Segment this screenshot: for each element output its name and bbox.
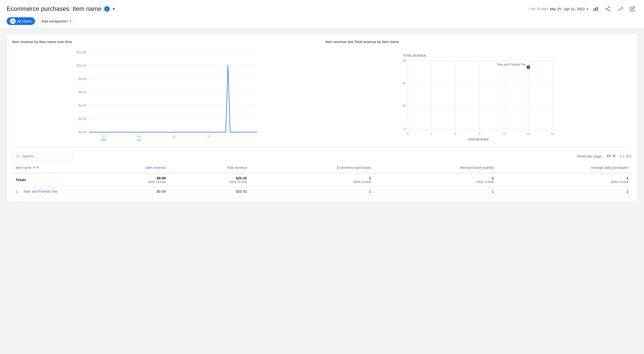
table-body: Totals $9.99 100% of total $25.42 100% o… — [12, 173, 632, 197]
row-1-avg-daily-purchasers: 1 — [497, 187, 632, 197]
pagination-info: 1-1 of 1 — [620, 154, 632, 158]
line-chart-title: Item revenue by Item name over time — [12, 40, 319, 44]
row-1-ecommerce-purchases: 1 — [250, 187, 374, 197]
scatter-chart-svg: TOTAL REVENUE 0 10 20 30 ITEM REVENUE — [325, 48, 632, 143]
row-1-item-purchase-quantity: 1 — [374, 187, 497, 197]
svg-text:4: 4 — [455, 132, 456, 135]
svg-text:$12.00: $12.00 — [77, 51, 86, 54]
line-chart-container: Item revenue by Item name over time $12.… — [12, 40, 319, 143]
col-total-revenue[interactable]: Total revenue — [169, 162, 250, 173]
edit-button[interactable] — [627, 4, 637, 14]
svg-text:03: 03 — [137, 135, 141, 138]
svg-rect-0 — [594, 8, 595, 11]
row-1-item-revenue: $9.99 — [84, 187, 169, 197]
row-1-item-name[interactable]: Stan and Friends Tee — [23, 189, 58, 194]
svg-text:10: 10 — [402, 104, 406, 107]
add-comparison-label: Add comparison — [41, 19, 68, 23]
svg-text:TOTAL REVENUE: TOTAL REVENUE — [403, 54, 426, 57]
header-filters-row: A All Users Add comparison + — [7, 17, 637, 28]
svg-point-5 — [609, 10, 610, 11]
col-item-revenue[interactable]: ↓Item revenue — [84, 162, 169, 173]
add-comparison-icon: + — [69, 19, 72, 24]
totals-total-revenue: $25.42 100% of total — [169, 173, 250, 187]
page-title: Ecommerce purchases: Item name — [7, 5, 101, 12]
search-box[interactable] — [12, 152, 73, 160]
date-range-label: Last 28 days — [529, 7, 548, 11]
svg-text:Stan and Friends Tee: Stan and Friends Tee — [497, 63, 526, 66]
svg-text:$10.00: $10.00 — [77, 64, 86, 67]
item-name-sort-icon: ▾ — [33, 166, 35, 170]
svg-line-54 — [19, 157, 19, 158]
svg-text:Apr: Apr — [137, 138, 141, 142]
svg-text:12: 12 — [551, 132, 554, 135]
totals-item-purchase-quantity: 1 100% of total — [374, 173, 497, 187]
totals-label-cell: Totals — [12, 173, 84, 187]
header-top-row: Ecommerce purchases: Item name ✓ ▾ Last … — [7, 4, 637, 14]
chart-view-button[interactable] — [591, 4, 601, 14]
scatter-chart-container: Item revenue and Total revenue by Item n… — [325, 40, 632, 143]
row-1-rank-name: 1 Stan and Friends Tee — [12, 187, 84, 197]
svg-line-6 — [607, 7, 609, 9]
title-dropdown-icon[interactable]: ▾ — [113, 6, 115, 12]
svg-text:6: 6 — [479, 132, 480, 135]
svg-point-53 — [16, 155, 19, 157]
add-comparison-button[interactable]: Add comparison + — [38, 17, 75, 25]
col-item-name[interactable]: Item name ▾ + — [12, 162, 84, 173]
scatter-point[interactable] — [526, 65, 530, 69]
trends-button[interactable] — [615, 4, 625, 14]
svg-text:17: 17 — [207, 135, 211, 138]
row-1-total-revenue: $25.42 — [169, 187, 250, 197]
svg-text:10: 10 — [526, 132, 530, 135]
all-users-segment[interactable]: A All Users — [7, 17, 35, 25]
date-range-selector[interactable]: Last 28 days Mar 25 - Apr 21, 2022 ▾ — [529, 7, 588, 11]
scatter-chart-area: TOTAL REVENUE 0 10 20 30 ITEM REVENUE — [325, 48, 632, 143]
date-range-dropdown-icon[interactable]: ▾ — [586, 7, 588, 11]
col-avg-daily-purchasers[interactable]: Average daily purchasers — [497, 162, 632, 173]
svg-text:27: 27 — [102, 135, 105, 138]
rows-per-page-select[interactable]: 10 25 50 — [604, 153, 616, 159]
row-1-rank: 1 — [16, 189, 20, 194]
table-controls: Rows per page: 10 25 50 1-1 of 1 — [12, 152, 632, 160]
svg-text:$6.00: $6.00 — [79, 91, 86, 94]
svg-text:10: 10 — [172, 135, 175, 138]
add-column-button[interactable]: + — [36, 165, 39, 170]
main-content: Item revenue by Item name over time $12.… — [0, 29, 644, 208]
share-button[interactable] — [603, 4, 613, 14]
search-icon — [16, 154, 20, 158]
line-chart-area: $12.00 $10.00 $8.00 $6.00 $4.00 $2.00 $0… — [12, 48, 319, 143]
svg-text:8: 8 — [503, 132, 505, 135]
svg-text:$2.00: $2.00 — [79, 117, 86, 120]
svg-text:2: 2 — [430, 132, 432, 135]
rows-per-page-control: Rows per page: 10 25 50 — [577, 153, 616, 159]
svg-text:20: 20 — [402, 82, 406, 85]
svg-point-3 — [609, 7, 610, 8]
date-range-value[interactable]: Mar 25 - Apr 21, 2022 — [550, 7, 585, 11]
svg-text:30: 30 — [402, 59, 406, 62]
table-row: 1 Stan and Friends Tee $9.99 $25.42 1 1 … — [12, 187, 632, 197]
segment-avatar: A — [10, 18, 16, 24]
svg-text:0: 0 — [407, 132, 408, 135]
line-chart-svg: $12.00 $10.00 $8.00 $6.00 $4.00 $2.00 $0… — [12, 48, 319, 143]
chart-table-divider — [12, 147, 632, 147]
charts-section: Item revenue by Item name over time $12.… — [12, 40, 632, 143]
svg-text:Mar: Mar — [101, 138, 106, 142]
svg-rect-2 — [597, 7, 598, 11]
table-header: Item name ▾ + ↓Item revenue Total revenu… — [12, 162, 632, 173]
data-table: Item name ▾ + ↓Item revenue Total revenu… — [12, 162, 632, 197]
svg-text:0: 0 — [404, 127, 406, 131]
svg-text:$4.00: $4.00 — [79, 104, 86, 107]
segment-label: All Users — [17, 19, 32, 23]
svg-rect-1 — [595, 7, 596, 11]
page-header: Ecommerce purchases: Item name ✓ ▾ Last … — [0, 0, 644, 29]
col-ecommerce-purchases[interactable]: Ecommerce purchases — [250, 162, 374, 173]
search-input[interactable] — [22, 154, 70, 158]
title-group: Ecommerce purchases: Item name ✓ ▾ — [7, 5, 115, 12]
col-item-purchase-quantity[interactable]: Item purchase quantity — [374, 162, 497, 173]
svg-point-4 — [606, 8, 607, 9]
totals-row: Totals $9.99 100% of total $25.42 100% o… — [12, 173, 632, 187]
svg-text:$8.00: $8.00 — [79, 77, 86, 81]
verified-icon: ✓ — [104, 6, 110, 12]
svg-line-7 — [607, 9, 609, 10]
scatter-chart-title: Item revenue and Total revenue by Item n… — [325, 40, 632, 44]
svg-text:$0.00: $0.00 — [79, 130, 86, 134]
